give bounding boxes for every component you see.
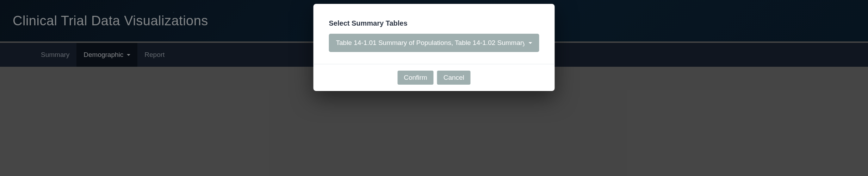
cancel-button[interactable]: Cancel	[437, 71, 471, 85]
dropdown-selected-value: Table 14-1.01 Summary of Populations, Ta…	[336, 39, 525, 47]
modal-label: Select Summary Tables	[329, 19, 539, 27]
summary-tables-dropdown[interactable]: Table 14-1.01 Summary of Populations, Ta…	[329, 34, 539, 52]
modal-footer: Confirm Cancel	[314, 64, 555, 91]
modal-dialog: Select Summary Tables Table 14-1.01 Summ…	[314, 4, 555, 91]
confirm-button[interactable]: Confirm	[397, 71, 434, 85]
chevron-down-icon	[529, 42, 532, 44]
page-background: Clinical Trial Data Visualizations Summa…	[0, 0, 868, 176]
modal-body: Select Summary Tables Table 14-1.01 Summ…	[314, 4, 555, 64]
